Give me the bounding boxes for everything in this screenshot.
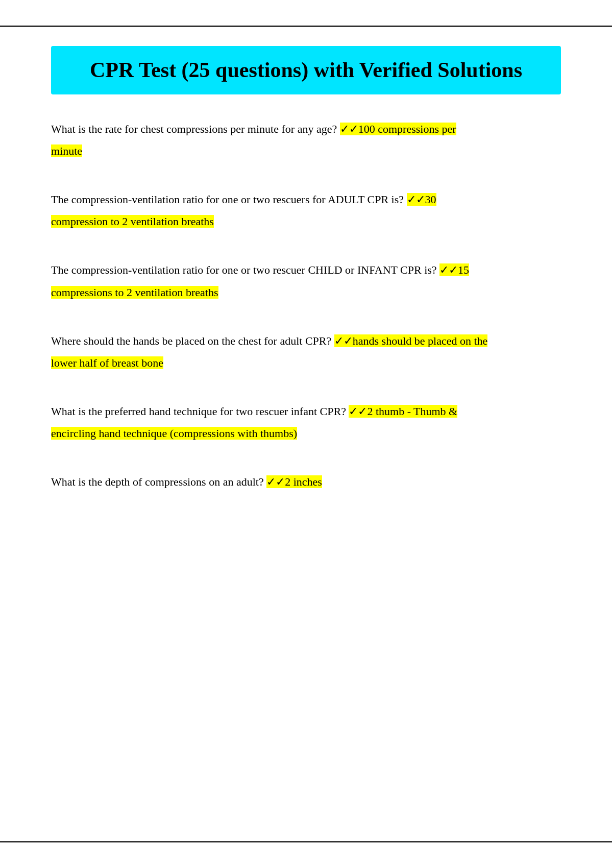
question-text-4: Where should the hands be placed on the … — [51, 332, 561, 350]
title-box: CPR Test (25 questions) with Verified So… — [51, 46, 561, 94]
answer-text-4: lower half of breast bone — [51, 356, 163, 369]
page-container: CPR Test (25 questions) with Verified So… — [0, 0, 612, 868]
question-block-4: Where should the hands be placed on the … — [51, 332, 561, 372]
answer-continuation-1: minute — [51, 144, 82, 157]
answer-text-2: compression to 2 ventilation breaths — [51, 215, 214, 228]
question-label-6: What is the depth of compressions on an … — [51, 475, 266, 488]
answer-text-1: 100 compressions per — [358, 123, 456, 135]
answer-checkmark-5: ✓✓2 thumb - Thumb & — [349, 405, 457, 418]
answer-checkmark-3: ✓✓15 — [439, 263, 469, 276]
answer-checkmark-6: ✓✓2 inches — [266, 475, 322, 488]
question-block-1: What is the rate for chest compressions … — [51, 120, 561, 160]
question-text-5: What is the preferred hand technique for… — [51, 402, 561, 420]
question-text-3: The compression-ventilation ratio for on… — [51, 261, 561, 279]
question-text-6: What is the depth of compressions on an … — [51, 473, 561, 491]
answer-line-4: lower half of breast bone — [51, 354, 561, 372]
top-border — [0, 26, 612, 27]
question-label-5: What is the preferred hand technique for… — [51, 405, 349, 418]
answer-line-5: encircling hand technique (compressions … — [51, 424, 561, 442]
question-label-4: Where should the hands be placed on the … — [51, 334, 334, 347]
answer-text-5: encircling hand technique (compressions … — [51, 427, 297, 440]
question-block-5: What is the preferred hand technique for… — [51, 402, 561, 442]
answer-line-2: compression to 2 ventilation breaths — [51, 212, 561, 230]
answer-checkmark-4: ✓✓hands should be placed on the — [334, 334, 488, 347]
question-label-3: The compression-ventilation ratio for on… — [51, 263, 439, 276]
question-block-6: What is the depth of compressions on an … — [51, 473, 561, 491]
question-block-2: The compression-ventilation ratio for on… — [51, 190, 561, 230]
question-text-1: What is the rate for chest compressions … — [51, 120, 561, 138]
question-label-1: What is the rate for chest compressions … — [51, 123, 340, 135]
question-text-2: The compression-ventilation ratio for on… — [51, 190, 561, 208]
answer-text-3: compressions to 2 ventilation breaths — [51, 286, 218, 299]
question-label-2: The compression-ventilation ratio for on… — [51, 193, 407, 206]
answer-line-3: compressions to 2 ventilation breaths — [51, 283, 561, 301]
content-area: CPR Test (25 questions) with Verified So… — [0, 0, 612, 558]
answer-line-1: minute — [51, 142, 561, 160]
page-title: CPR Test (25 questions) with Verified So… — [71, 56, 541, 84]
question-block-3: The compression-ventilation ratio for on… — [51, 261, 561, 301]
bottom-border — [0, 841, 612, 842]
answer-checkmark-1: ✓✓ — [340, 123, 358, 135]
answer-checkmark-2: ✓✓30 — [407, 193, 436, 206]
